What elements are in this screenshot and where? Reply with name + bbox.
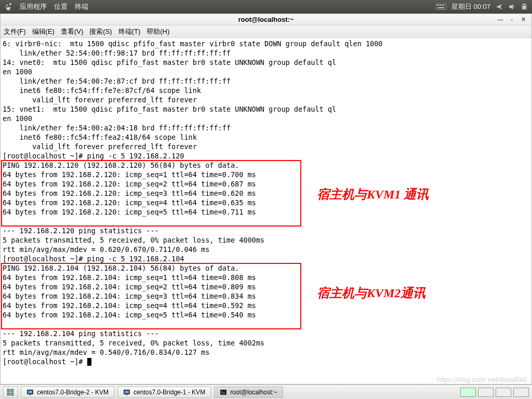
menu-help[interactable]: 帮助(H) — [147, 27, 169, 36]
menu-file[interactable]: 文件(F) — [4, 27, 26, 36]
menu-search[interactable]: 搜索(S) — [89, 27, 112, 36]
svg-rect-14 — [11, 389, 14, 392]
svg-rect-4 — [437, 5, 438, 6]
terminal-content[interactable]: 6: virbr0-nic: mtu 1500 qdisc pfifo_fast… — [1, 38, 531, 384]
terminal-menubar: 文件(F) 编辑(E) 查看(V) 搜索(S) 终端(T) 帮助(H) — [1, 25, 531, 38]
workspace-switcher-4[interactable] — [513, 388, 529, 397]
svg-rect-18 — [28, 391, 32, 393]
gnome-bottom-panel: centos7.0-Bridge-2 - KVM centos7.0-Bridg… — [0, 384, 532, 399]
window-title: root@localhost:~ — [238, 16, 294, 23]
menu-terminal[interactable]: 终端 — [75, 2, 88, 11]
workspace-switcher-2[interactable] — [478, 388, 494, 397]
svg-rect-7 — [442, 5, 443, 6]
close-button[interactable]: ✕ — [519, 16, 527, 23]
svg-rect-23 — [220, 390, 227, 395]
taskbar-item-label: centos7.0-Bridge-2 - KVM — [37, 389, 109, 396]
svg-rect-9 — [438, 7, 444, 8]
svg-rect-16 — [11, 393, 14, 395]
svg-rect-21 — [125, 391, 129, 393]
taskbar-item-terminal[interactable]: root@localhost:~ — [214, 387, 283, 398]
vm-icon — [123, 389, 130, 396]
menu-places[interactable]: 位置 — [54, 2, 68, 11]
terminal-window: root@localhost:~ — ▫ ✕ 文件(F) 编辑(E) 查看(V)… — [0, 14, 532, 384]
menu-view[interactable]: 查看(V) — [61, 27, 83, 36]
airplane-icon[interactable] — [496, 3, 503, 10]
taskbar-item-kvm2[interactable]: centos7.0-Bridge-2 - KVM — [21, 387, 114, 398]
svg-point-1 — [7, 5, 8, 6]
window-titlebar: root@localhost:~ — ▫ ✕ — [1, 14, 531, 25]
keyboard-indicator-icon[interactable] — [436, 4, 446, 10]
svg-rect-11 — [523, 4, 525, 5]
svg-rect-22 — [126, 394, 128, 395]
svg-rect-12 — [523, 6, 526, 9]
menu-edit[interactable]: 编辑(E) — [32, 27, 55, 36]
battery-icon[interactable] — [521, 3, 528, 10]
svg-rect-3 — [436, 4, 446, 10]
terminal-icon — [220, 389, 227, 396]
workspace-switcher-3[interactable] — [496, 388, 511, 397]
svg-rect-15 — [7, 393, 10, 395]
svg-rect-6 — [440, 5, 441, 6]
gnome-logo-icon — [4, 3, 12, 11]
show-desktop-button[interactable] — [3, 387, 18, 398]
volume-icon[interactable] — [508, 3, 515, 10]
vm-icon — [26, 389, 34, 396]
svg-rect-13 — [7, 389, 10, 392]
svg-point-0 — [9, 3, 11, 5]
gnome-top-panel: 应用程序 位置 终端 星期日 00:07 — [0, 0, 532, 14]
svg-point-2 — [5, 6, 6, 7]
menu-terminal[interactable]: 终端(T) — [118, 27, 141, 36]
svg-rect-8 — [443, 5, 444, 6]
clock[interactable]: 星期日 00:07 — [451, 2, 490, 11]
workspace-switcher-1[interactable] — [460, 388, 476, 397]
taskbar-item-kvm1[interactable]: centos7.0-Bridge-1 - KVM — [117, 387, 211, 398]
svg-rect-5 — [438, 5, 440, 6]
svg-rect-19 — [29, 394, 31, 395]
taskbar-item-label: centos7.0-Bridge-1 - KVM — [134, 389, 205, 396]
minimize-button[interactable]: — — [496, 16, 504, 23]
menu-applications[interactable]: 应用程序 — [20, 2, 47, 11]
taskbar-item-label: root@localhost:~ — [230, 389, 277, 396]
maximize-button[interactable]: ▫ — [508, 16, 516, 23]
